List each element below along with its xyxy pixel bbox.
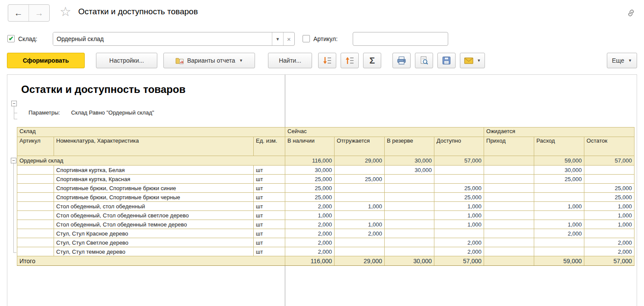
value-cell-6[interactable]: 25,000 [584, 184, 634, 193]
group-value-cell-1[interactable]: 29,000 [335, 156, 385, 166]
table-row[interactable]: Стол обеденный, Стол обеденный темное де… [17, 220, 634, 229]
nomenclature-cell[interactable]: Спортивные брюки, Спортивные брюки синие [54, 184, 254, 193]
value-cell-4[interactable] [484, 184, 534, 193]
artikul-cell[interactable] [17, 229, 54, 238]
value-cell-5[interactable]: 25,000 [534, 175, 584, 184]
value-cell-5[interactable]: 30,000 [534, 166, 584, 175]
value-cell-1[interactable] [335, 184, 385, 193]
header-unit[interactable]: Ед. изм. [254, 137, 285, 156]
value-cell-3[interactable]: 1,000 [434, 220, 484, 229]
group-value-cell-3[interactable]: 57,000 [434, 156, 484, 166]
unit-cell[interactable]: шт [254, 184, 285, 193]
value-cell-6[interactable]: 1,000 [584, 220, 634, 229]
generate-report-button[interactable]: Сформировать [7, 53, 85, 68]
group-value-cell-0[interactable]: 116,000 [285, 156, 335, 166]
value-cell-2[interactable] [385, 184, 434, 193]
value-cell-3[interactable]: 1,000 [434, 202, 484, 211]
header-reserved[interactable]: В резерве [385, 137, 434, 156]
value-cell-1[interactable]: 1,000 [335, 202, 385, 211]
group-value-cell-4[interactable] [484, 156, 534, 166]
warehouse-group-row[interactable]: Ордерный склад116,00029,00030,00057,0005… [17, 156, 634, 166]
header-nomenclature[interactable]: Номенклатура, Характеристика [54, 137, 254, 156]
value-cell-4[interactable] [484, 238, 534, 247]
value-cell-6[interactable] [584, 175, 634, 184]
totals-button[interactable]: Σ [363, 53, 381, 68]
warehouse-group-collapse-toggle[interactable]: − [11, 158, 16, 163]
header-balance[interactable]: Остаток [584, 137, 634, 156]
value-cell-6[interactable]: 2,000 [584, 238, 634, 247]
header-outgoing[interactable]: Расход [534, 137, 584, 156]
value-cell-4[interactable] [484, 202, 534, 211]
header-artikul[interactable]: Артикул [17, 137, 54, 156]
value-cell-4[interactable] [484, 229, 534, 238]
nomenclature-cell[interactable]: Стул, Стул Красное дерево [54, 229, 254, 238]
value-cell-0[interactable]: 2,000 [285, 202, 335, 211]
total-label-cell[interactable]: Итого [17, 256, 285, 266]
total-value-cell-4[interactable] [484, 256, 534, 266]
value-cell-3[interactable] [434, 166, 484, 175]
table-row[interactable]: Стул, Стул темное деревошт2,0002,0002,00… [17, 247, 634, 256]
forward-button[interactable]: → [29, 5, 49, 21]
favorite-star-icon[interactable]: ☆ [60, 4, 71, 19]
group-name-cell[interactable]: Ордерный склад [17, 156, 285, 166]
value-cell-5[interactable]: 2,000 [534, 229, 584, 238]
value-cell-6[interactable]: 25,000 [584, 193, 634, 202]
value-cell-2[interactable] [385, 211, 434, 220]
value-cell-2[interactable]: 30,000 [385, 166, 434, 175]
value-cell-0[interactable]: 1,000 [285, 211, 335, 220]
unit-cell[interactable]: шт [254, 166, 285, 175]
header-available[interactable]: Доступно [434, 137, 484, 156]
value-cell-5[interactable]: 1,000 [534, 220, 584, 229]
back-button[interactable]: ← [8, 5, 29, 21]
total-value-cell-2[interactable]: 30,000 [385, 256, 434, 266]
header-group-now[interactable]: Сейчас [285, 128, 484, 137]
artikul-cell[interactable] [17, 184, 54, 193]
table-row[interactable]: Спортивная куртка, Краснаяшт25,00025,000… [17, 175, 634, 184]
total-value-cell-0[interactable]: 116,000 [285, 256, 335, 266]
value-cell-0[interactable]: 2,000 [285, 220, 335, 229]
value-cell-1[interactable] [335, 193, 385, 202]
unit-cell[interactable]: шт [254, 220, 285, 229]
send-mail-button[interactable]: ▼ [460, 53, 485, 68]
value-cell-5[interactable] [534, 238, 584, 247]
more-actions-button[interactable]: Еще ▼ [607, 53, 637, 68]
total-value-cell-6[interactable]: 57,000 [584, 256, 634, 266]
save-button[interactable] [437, 53, 456, 68]
value-cell-1[interactable] [335, 238, 385, 247]
artikul-cell[interactable] [17, 202, 54, 211]
value-cell-3[interactable] [434, 175, 484, 184]
value-cell-1[interactable]: 2,000 [335, 229, 385, 238]
value-cell-2[interactable] [385, 220, 434, 229]
value-cell-1[interactable]: 25,000 [335, 175, 385, 184]
value-cell-0[interactable]: 2,000 [285, 247, 335, 256]
sklad-filter-checkbox[interactable]: ✔ [7, 35, 15, 42]
value-cell-1[interactable]: 1,000 [335, 220, 385, 229]
artikul-input[interactable] [353, 32, 448, 46]
value-cell-1[interactable] [335, 166, 385, 175]
nomenclature-cell[interactable]: Стол обеденный, Стол обеденный темное де… [54, 220, 254, 229]
value-cell-5[interactable] [534, 247, 584, 256]
total-value-cell-5[interactable]: 59,000 [534, 256, 584, 266]
value-cell-5[interactable] [534, 193, 584, 202]
header-group-expected[interactable]: Ожидается [484, 128, 634, 137]
group-value-cell-5[interactable]: 59,000 [534, 156, 584, 166]
value-cell-1[interactable] [335, 247, 385, 256]
report-variants-button[interactable]: Варианты отчета ▼ [163, 53, 255, 68]
value-cell-2[interactable] [385, 193, 434, 202]
unit-cell[interactable]: шт [254, 238, 285, 247]
value-cell-2[interactable] [385, 247, 434, 256]
nomenclature-cell[interactable]: Стул, Стул Светлое дерево [54, 238, 254, 247]
unit-cell[interactable]: шт [254, 175, 285, 184]
sklad-dropdown-button[interactable]: ▼ [272, 32, 283, 45]
table-row[interactable]: Спортивная куртка, Белаяшт30,00030,00030… [17, 166, 634, 175]
sklad-clear-button[interactable]: × [283, 32, 294, 45]
value-cell-6[interactable] [584, 166, 634, 175]
artikul-cell[interactable] [17, 175, 54, 184]
value-cell-4[interactable] [484, 247, 534, 256]
artikul-cell[interactable] [17, 166, 54, 175]
value-cell-4[interactable] [484, 193, 534, 202]
find-button[interactable]: Найти... [268, 53, 312, 68]
value-cell-3[interactable]: 1,000 [434, 211, 484, 220]
nomenclature-cell[interactable]: Спортивная куртка, Белая [54, 166, 254, 175]
unit-cell[interactable]: шт [254, 229, 285, 238]
